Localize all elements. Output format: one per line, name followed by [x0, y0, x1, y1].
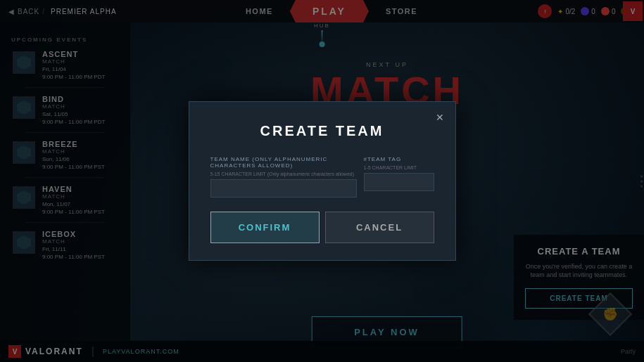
modal-close-button[interactable]: ✕ — [431, 109, 448, 126]
close-icon: ✕ — [436, 112, 444, 123]
cancel-button[interactable]: CANCEL — [325, 212, 434, 243]
modal-fields: TEAM NAME (Only alphanumeric characters … — [210, 156, 434, 198]
modal-title: CREATE TEAM — [210, 123, 434, 139]
modal-overlay[interactable]: ✕ CREATE TEAM TEAM NAME (Only alphanumer… — [0, 0, 644, 362]
team-name-label: TEAM NAME (Only alphanumeric characters … — [210, 156, 357, 169]
team-tag-label: #TEAM TAG — [364, 156, 434, 162]
confirm-button[interactable]: CONFIRM — [210, 212, 320, 243]
modal-buttons: CONFIRM CANCEL — [210, 212, 434, 243]
team-tag-input[interactable] — [364, 173, 434, 191]
team-name-field: TEAM NAME (Only alphanumeric characters … — [210, 156, 357, 198]
team-tag-field: #TEAM TAG 1-5 CHARACTER LIMIT — [364, 156, 434, 198]
team-name-sublabel: 5-15 CHARACTER LIMIT (Only alphanumeric … — [210, 172, 357, 176]
team-tag-sublabel: 1-5 CHARACTER LIMIT — [364, 165, 434, 170]
team-name-input[interactable] — [210, 179, 357, 198]
create-team-modal: ✕ CREATE TEAM TEAM NAME (Only alphanumer… — [189, 101, 456, 261]
